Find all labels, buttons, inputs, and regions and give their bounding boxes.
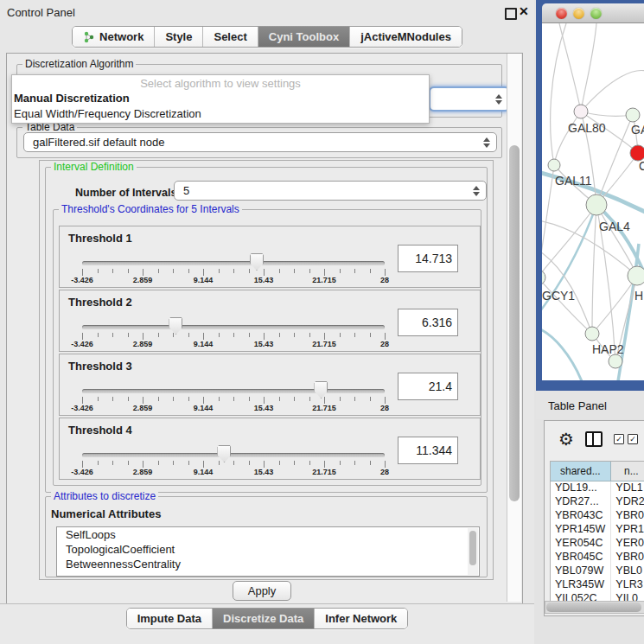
attributes-group: Attributes to discretize Numerical Attri… [45,496,488,577]
network-node[interactable] [586,194,607,215]
gear-icon[interactable]: ⚙ [558,430,574,448]
network-node[interactable] [626,108,640,122]
threshold-value-field[interactable]: 6.316 [398,309,458,336]
number-of-intervals-combobox[interactable]: 5 [174,181,487,201]
zoom-traffic-light-icon[interactable] [590,8,602,19]
table-row[interactable]: YPR145WYPR1 [551,523,644,537]
table-row[interactable]: YBR043CYBR0 [551,509,644,523]
slider-tick-icon [128,397,129,401]
network-node[interactable] [574,105,588,118]
table-column-header[interactable]: shared... [551,462,611,481]
table-cell[interactable]: YLR3 [611,578,644,592]
table-column-header[interactable]: n... [611,462,644,481]
network-edge[interactable] [542,277,592,334]
network-edge[interactable] [581,71,644,112]
slider-tick-icon [340,397,341,401]
threshold-value-field[interactable]: 11.344 [398,437,458,464]
table-cell[interactable]: YPR145W [551,523,611,537]
network-node[interactable] [542,270,545,285]
table-cell[interactable]: YBR0 [611,551,644,564]
tab-discretize-data[interactable]: Discretize Data [213,609,315,628]
float-window-icon[interactable] [505,8,517,20]
column-visibility-icons[interactable]: ✓ ✓ [614,434,638,444]
table-data-combobox[interactable]: galFiltered.sif default node [23,132,497,152]
apply-button[interactable]: Apply [233,581,291,601]
minimize-traffic-light-icon[interactable] [573,8,584,19]
slider-thumb[interactable] [217,445,231,462]
attribute-list-item[interactable]: BetweennessCentrality [57,557,479,571]
table-cell[interactable]: YER0 [611,537,644,551]
table-cell[interactable]: YER054C [551,537,611,551]
slider-tick-icon [143,269,143,276]
close-traffic-light-icon[interactable] [556,8,567,19]
network-graph: GAL80GACGAL11GAL4GCY1HHAP2 [542,23,644,380]
slider-tick-icon [264,397,265,404]
tab-select[interactable]: Select [203,27,258,47]
table-cell[interactable]: YDL19... [551,481,611,495]
attribute-list-item[interactable]: TopologicalCoefficient [57,542,479,557]
table-row[interactable]: YDR27...YDR2 [551,495,644,509]
table-cell[interactable]: YBR0 [611,509,644,523]
tab-style[interactable]: Style [155,27,203,47]
slider-track[interactable] [82,261,385,265]
table-cell[interactable]: YBR045C [551,551,611,564]
table-row[interactable]: YBR045CYBR0 [551,551,644,564]
table-row[interactable]: YDL19...YDL1 [551,481,644,495]
slider-tick-label: -3.426 [71,404,93,412]
slider-thumb[interactable] [314,381,328,399]
close-icon[interactable]: ✕ [519,4,529,18]
network-node[interactable] [628,266,644,285]
slider-thumb[interactable] [250,253,264,271]
panel-vertical-scrollbar[interactable] [507,54,521,602]
slider-thumb[interactable] [169,317,182,335]
network-edge[interactable] [581,23,596,112]
tab-impute-data[interactable]: Impute Data [127,609,213,628]
checkbox-icon[interactable]: ✓ [614,434,624,444]
table-cell[interactable]: YBL079W [551,564,611,578]
table-row[interactable]: YBL079WYBL0 [551,564,644,578]
network-node[interactable] [548,159,560,171]
network-canvas[interactable]: GAL80GACGAL11GAL4GCY1HHAP2 [542,23,644,380]
table-horizontal-scrollbar[interactable] [545,601,644,614]
table-cell[interactable]: YBR043C [551,509,611,523]
slider-track[interactable] [82,325,385,329]
split-panel-icon[interactable] [585,431,603,447]
slider-tick-icon [340,333,341,337]
tab-infer-network[interactable]: Infer Network [315,609,407,628]
algorithm-combobox[interactable] [429,86,510,112]
checkbox-icon[interactable]: ✓ [628,434,638,444]
attributes-listbox[interactable]: SelfLoopsTopologicalCoefficientBetweenne… [56,526,480,577]
threshold-value-field[interactable]: 21.4 [398,373,458,400]
table-row[interactable]: YER054CYER0 [551,537,644,551]
tab-jactivemnodules[interactable]: jActiveMNodules [350,27,462,47]
attributes-scrollbar[interactable] [468,528,478,575]
popup-option[interactable]: Equal Width/Frequency Discretization [12,106,429,122]
threshold-value-field[interactable]: 14.713 [398,245,458,272]
popup-option[interactable]: Manual Discretization [12,91,429,106]
table-row[interactable]: YLR345WYLR3 [551,578,644,592]
network-edge[interactable] [554,112,581,165]
network-edge[interactable] [551,23,566,165]
network-edge[interactable] [592,205,596,334]
tab-cyni-toolbox[interactable]: Cyni Toolbox [258,27,350,47]
node-table[interactable]: shared...n... YDL19...YDL1YDR27...YDR2YB… [550,461,644,602]
slider-track[interactable] [82,389,385,393]
slider-tick-icon [324,333,325,340]
table-cell[interactable]: YDL1 [611,481,644,495]
slider-track[interactable] [82,453,385,457]
node-label: GCY1 [542,289,575,303]
table-cell[interactable]: YDR27... [551,495,611,509]
network-edge[interactable] [542,328,582,380]
slider-tick-label: 21.715 [312,468,336,476]
tab-network[interactable]: Network [73,27,155,47]
table-cell[interactable]: YPR1 [611,523,644,537]
attribute-list-item[interactable]: SelfLoops [57,527,479,542]
table-cell[interactable]: YDR2 [611,495,644,509]
table-cell[interactable]: YBL0 [611,564,644,578]
network-node[interactable] [585,327,599,341]
slider-tick-icon [249,333,250,337]
network-window-titlebar[interactable] [542,3,644,23]
network-edge[interactable] [581,112,633,116]
network-node[interactable] [609,354,622,368]
table-cell[interactable]: YLR345W [551,578,611,592]
